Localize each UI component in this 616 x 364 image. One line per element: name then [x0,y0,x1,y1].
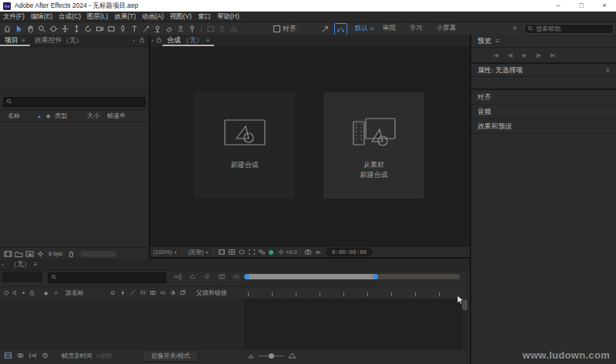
layer-switches-pane-icon[interactable] [2,351,13,360]
menu-effect[interactable]: 效果(T) [111,12,139,22]
new-composition-icon[interactable] [24,249,35,259]
transparency-grid-icon[interactable] [256,248,266,256]
menu-edit[interactable]: 编辑(E) [28,12,55,22]
menu-file[interactable]: 文件(F) [0,12,28,22]
source-name-column[interactable]: 源名称 [65,289,84,297]
snapshot-camera-icon[interactable] [303,248,313,256]
sort-ascending-icon[interactable]: ▲ [37,114,42,119]
time-ruler[interactable] [245,286,460,299]
selection-tool-icon[interactable] [13,23,25,34]
brush-tool-icon[interactable] [140,23,152,34]
region-of-interest-icon[interactable] [246,248,256,256]
audio-panel-header[interactable]: 音频 [471,105,616,119]
timeline-search-input[interactable] [59,274,155,282]
close-button[interactable]: × [593,0,616,12]
workspace-tab-small-screen[interactable]: 小屏幕 [430,24,464,33]
tab-project[interactable]: 项目 ≡ [0,35,30,46]
zoom-out-mountain-icon[interactable] [248,352,254,360]
frame-blend-switch-icon[interactable] [149,289,157,297]
properties-panel-menu-icon[interactable]: ≡ [606,67,610,74]
navigator-view-range[interactable] [245,274,376,279]
zoom-in-mountain-icon[interactable] [288,352,296,360]
track-person-icon[interactable] [320,23,331,34]
mask-visibility-icon[interactable] [236,248,246,256]
hide-shy-layers-icon[interactable] [202,272,212,281]
menu-view[interactable]: 视图(V) [167,12,195,22]
timeline-search-box[interactable] [48,272,166,283]
menu-help[interactable]: 帮助(H) [214,12,243,22]
roto-brush-tool-icon[interactable] [175,23,186,34]
help-search-box[interactable] [524,24,614,34]
column-size[interactable]: 大小 [87,112,99,120]
last-frame-icon[interactable]: ▶| [551,52,556,58]
track-area[interactable] [245,299,462,349]
shy-icon[interactable] [109,289,117,297]
comp-panel-lock-icon[interactable] [156,36,162,45]
in-out-pane-icon[interactable] [27,351,38,360]
zoom-tool-icon[interactable] [36,23,48,34]
fx-icon[interactable] [139,289,147,297]
pen-tool-icon[interactable] [117,23,129,34]
minimize-button[interactable]: – [547,0,570,12]
audio-mute-icon[interactable] [11,289,19,297]
rectangle-tool-icon[interactable] [105,23,117,34]
help-search-input[interactable] [536,25,604,32]
draft-3d-icon[interactable] [187,272,197,281]
delete-item-icon[interactable] [65,249,76,259]
new-composition-from-footage-card[interactable]: 从素材 新建合成 [323,92,424,199]
properties-panel-header[interactable]: 属性: 无选择项 ≡ [471,64,616,77]
home-icon[interactable] [2,23,13,34]
maximize-button[interactable]: □ [570,0,593,12]
layer-list-area[interactable] [0,299,245,349]
solo-icon[interactable] [19,289,28,297]
orbit-camera-tool-icon[interactable] [48,23,59,34]
rotation-tool-icon[interactable] [82,23,94,34]
project-search-box[interactable] [3,97,146,107]
resolution-dropdown[interactable]: (完整) ▾ [188,249,208,256]
label-column-icon[interactable]: ◆ [46,113,50,119]
column-type[interactable]: 类型 [55,112,67,120]
navigator-start-handle[interactable] [244,274,249,279]
frame-blending-icon[interactable] [216,272,226,281]
previous-frame-icon[interactable]: ◀| [507,52,513,58]
clone-stamp-tool-icon[interactable] [152,23,163,34]
collapse-transformations-icon[interactable] [119,289,127,297]
show-snapshot-icon[interactable] [313,248,323,256]
snap-toggle[interactable]: 对齐 [273,22,296,35]
workspace-tab-learn[interactable]: 学习 [403,24,430,33]
tab-effect-controls[interactable]: 效果控件（无） [30,35,88,46]
panel-lock-icon[interactable] [139,36,146,45]
navigator-end-handle[interactable] [373,274,378,279]
new-folder-icon[interactable] [13,249,24,259]
camera-tool-icon[interactable] [94,23,105,34]
preview-panel-header[interactable]: 预览 ≡ [471,35,616,48]
menu-layer[interactable]: 图层(L) [84,12,111,22]
project-settings-icon[interactable] [35,249,45,259]
exposure-reset-icon[interactable] [276,248,286,256]
magnification-dropdown[interactable]: (100%) ▾ [153,249,176,255]
workspace-overflow-icon[interactable]: » [513,24,517,32]
new-composition-card[interactable]: 新建合成 [194,92,295,199]
composition-mini-flowchart-icon[interactable] [172,272,182,281]
safe-areas-icon[interactable] [216,248,226,256]
composition-panel-menu-icon[interactable]: ≡ [206,37,210,44]
timecode-display[interactable]: 0:00:00:00 [326,248,373,256]
label-color-icon[interactable]: ◆ [44,290,48,296]
zoom-slider-track[interactable] [258,356,284,356]
tab-timeline-none[interactable]: （无） ≡ [5,259,42,270]
project-search-input[interactable] [15,98,145,106]
layer-index-icon[interactable]: # [54,289,57,296]
play-icon[interactable]: ▶ [522,52,526,58]
menu-composition[interactable]: 合成(C) [55,12,84,22]
parent-link-column[interactable]: 父级和链接 [196,289,227,297]
color-management-icon[interactable] [269,250,273,255]
hand-tool-icon[interactable] [25,23,36,34]
video-visibility-icon[interactable] [2,289,11,297]
project-item-list[interactable] [0,122,149,247]
puppet-pin-tool-icon[interactable] [186,23,198,34]
menu-window[interactable]: 窗口 [195,12,214,22]
motion-blur-switch-icon[interactable] [159,289,167,297]
interpret-footage-icon[interactable] [2,249,13,259]
adjustment-layer-icon[interactable] [169,289,177,297]
project-panel-menu-icon[interactable]: ≡ [22,37,25,44]
